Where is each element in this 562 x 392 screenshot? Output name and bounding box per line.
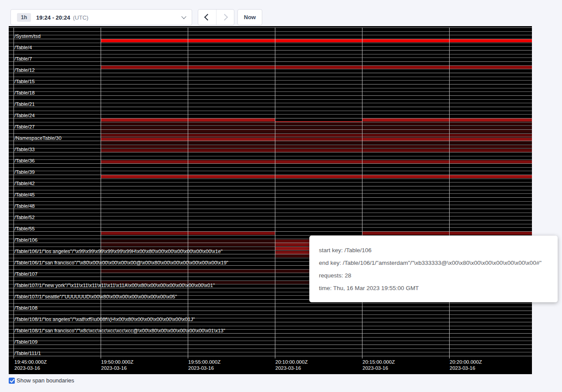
heat-cell[interactable] — [450, 138, 532, 141]
heat-cell[interactable] — [362, 118, 449, 122]
time-gridline — [101, 27, 101, 358]
heat-cell[interactable] — [362, 149, 449, 152]
heat-cell[interactable] — [101, 243, 188, 246]
heat-cell[interactable] — [275, 134, 362, 137]
heat-cell[interactable] — [188, 145, 275, 148]
heat-cell[interactable] — [362, 126, 449, 129]
heat-cell[interactable] — [362, 66, 449, 69]
heat-cell[interactable] — [101, 126, 188, 129]
heat-cell[interactable] — [101, 122, 188, 125]
heat-cell[interactable] — [275, 66, 362, 69]
span-row-line — [9, 46, 532, 47]
heat-cell[interactable] — [101, 141, 188, 144]
heat-cell[interactable] — [275, 130, 362, 133]
heat-cell[interactable] — [450, 141, 532, 144]
heat-cell[interactable] — [188, 122, 275, 125]
span-row-line — [9, 352, 532, 352]
heat-cell[interactable] — [275, 160, 362, 163]
heat-cell[interactable] — [275, 175, 362, 178]
heat-cell[interactable] — [101, 160, 188, 163]
heat-cell[interactable] — [101, 138, 188, 141]
heat-cell[interactable] — [188, 126, 275, 129]
span-label: /Table/55 — [14, 226, 35, 231]
heat-cell[interactable] — [450, 122, 532, 125]
heat-cell[interactable] — [450, 66, 532, 69]
time-gridline — [362, 27, 362, 358]
heat-cell[interactable] — [275, 149, 362, 152]
heat-cell[interactable] — [450, 118, 532, 122]
heat-cell[interactable] — [275, 122, 362, 125]
heat-cell[interactable] — [450, 126, 532, 129]
heat-cell[interactable] — [362, 138, 449, 141]
heat-cell[interactable] — [101, 175, 188, 178]
heat-cell[interactable] — [101, 130, 188, 133]
now-button[interactable]: Now — [237, 9, 262, 25]
heat-cell[interactable] — [188, 175, 275, 178]
heat-cell[interactable] — [188, 270, 275, 273]
heat-cell[interactable] — [450, 149, 532, 152]
heat-cell[interactable] — [275, 39, 362, 42]
span-label: /Table/107/1/"seattle"/"UUUUUUD\x00\x80\… — [14, 294, 177, 299]
heat-cell[interactable] — [101, 240, 188, 243]
heat-cell[interactable] — [450, 39, 532, 42]
span-label: /Table/107/1/"new york"/"\x11\x11\x11\x1… — [14, 283, 215, 288]
heat-cell[interactable] — [101, 66, 188, 69]
heat-cell[interactable] — [188, 160, 275, 163]
heat-cell[interactable] — [275, 126, 362, 129]
span-row-line — [9, 216, 532, 216]
span-group: /Table/48 — [9, 197, 532, 209]
heat-cell[interactable] — [362, 175, 449, 178]
heat-cell[interactable] — [450, 175, 532, 178]
heat-cell[interactable] — [101, 145, 188, 148]
span-row-line — [9, 171, 532, 171]
heat-cell[interactable] — [362, 134, 449, 137]
span-row-line — [9, 167, 532, 168]
span-label: /Table/27 — [14, 124, 35, 129]
heat-cell[interactable] — [362, 145, 449, 148]
heat-cell[interactable] — [101, 232, 188, 235]
show-span-boundaries-checkbox[interactable] — [9, 378, 15, 384]
prev-range-button[interactable] — [198, 10, 216, 25]
heat-cell[interactable] — [275, 141, 362, 144]
heat-cell[interactable] — [188, 243, 275, 246]
span-group: /Table/52 — [9, 209, 532, 220]
heat-cell[interactable] — [188, 232, 275, 235]
heat-cell[interactable] — [450, 134, 532, 137]
heat-cell[interactable] — [188, 141, 275, 144]
heat-cell[interactable] — [362, 141, 449, 144]
heat-cell[interactable] — [362, 160, 449, 163]
heat-cell[interactable] — [275, 145, 362, 148]
heat-cell[interactable] — [275, 118, 362, 122]
heat-cell[interactable] — [188, 118, 275, 122]
heat-cell[interactable] — [101, 270, 188, 273]
heat-cell[interactable] — [101, 118, 188, 122]
heat-cell[interactable] — [188, 39, 275, 42]
heat-cell[interactable] — [450, 160, 532, 163]
time-range-dropdown[interactable]: 1h 19:24 - 20:24 (UTC) — [10, 9, 192, 25]
heat-cell[interactable] — [450, 145, 532, 148]
next-range-button-disabled[interactable] — [216, 10, 234, 25]
heat-cell[interactable] — [362, 232, 449, 235]
range-times: 19:24 - 20:24 — [36, 14, 70, 21]
heat-cell[interactable] — [450, 232, 532, 235]
heat-cell[interactable] — [362, 39, 449, 42]
heat-cell[interactable] — [362, 130, 449, 133]
heat-cell[interactable] — [101, 134, 188, 137]
heat-cell[interactable] — [188, 130, 275, 133]
heat-cell[interactable] — [188, 149, 275, 152]
heat-cell[interactable] — [362, 122, 449, 125]
keyviz-canvas[interactable]: /System/tsd/Table/4/Table/7/Table/12/Tab… — [9, 26, 532, 374]
span-label: /NamespaceTable/30 — [14, 135, 61, 141]
span-label: /Table/33 — [14, 147, 35, 152]
heat-cell[interactable] — [188, 240, 275, 243]
heat-cell[interactable] — [188, 134, 275, 137]
span-label: /Table/7 — [14, 56, 32, 61]
span-group: /Table/45 — [9, 186, 532, 197]
heat-cell[interactable] — [188, 138, 275, 141]
time-gridline — [275, 27, 275, 358]
heat-cell[interactable] — [275, 138, 362, 141]
heat-cell[interactable] — [450, 130, 532, 133]
heat-cell[interactable] — [101, 149, 188, 152]
heat-cell[interactable] — [101, 39, 188, 42]
heat-cell[interactable] — [188, 66, 275, 69]
